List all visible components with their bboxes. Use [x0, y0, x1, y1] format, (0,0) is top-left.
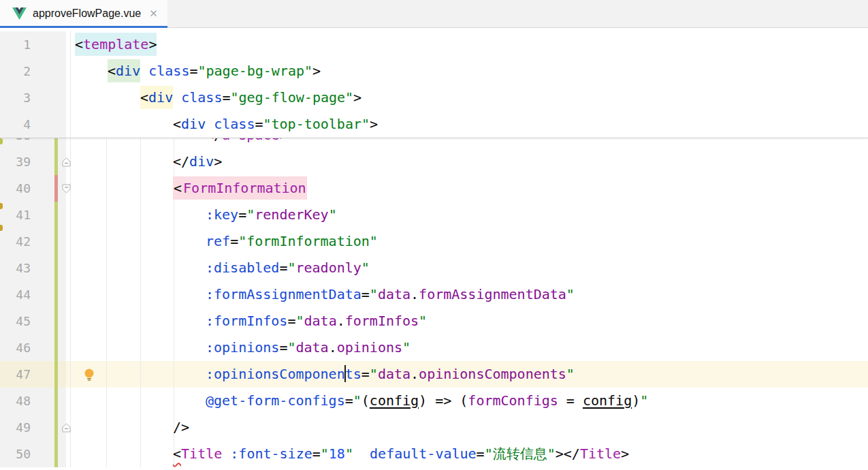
vcs-change-strip	[54, 308, 58, 334]
vcs-change-strip	[54, 414, 58, 441]
line-content: <div class="geg-flow-page">	[75, 89, 361, 106]
line-content: <div class="top-toolbar">	[75, 116, 378, 132]
code-line-39: 39</div>	[0, 148, 868, 175]
code-line-49: 49/>	[0, 414, 868, 441]
gutter: 46	[0, 334, 75, 361]
gutter: 44	[0, 281, 75, 308]
tab-approveFlowPage[interactable]: approveFlowPage.vue ✕	[0, 0, 167, 27]
line-content: <Title :font-size="18" default-value="流转…	[75, 445, 629, 462]
line-number: 48	[16, 388, 31, 414]
code-line-50: 50<Title :font-size="18" default-value="…	[0, 441, 868, 467]
code-line-41: 41:key="renderKey"	[0, 202, 868, 228]
line-number: 47	[16, 361, 31, 388]
sticky-lines-panel: 1<template>2<div class="page-bg-wrap">3<…	[0, 28, 868, 138]
line-content: :formInfos="data.formInfos"	[75, 313, 427, 329]
line-number: 50	[16, 441, 31, 467]
gutter: 4	[0, 111, 75, 138]
gutter: 43	[0, 255, 75, 281]
line-content: />	[75, 419, 189, 435]
vcs-change-strip	[54, 175, 58, 202]
line-number: 2	[23, 58, 31, 84]
line-number: 43	[16, 255, 31, 281]
line-number: 4	[23, 111, 31, 138]
code-text[interactable]: <div class="top-toolbar">	[75, 111, 868, 138]
vcs-change-strip	[54, 202, 58, 228]
editor-tab-bar: approveFlowPage.vue ✕	[0, 0, 868, 28]
line-number: 38	[16, 138, 31, 148]
line-number: 44	[16, 281, 31, 308]
code-text[interactable]: :opinions="data.opinions"	[75, 334, 868, 361]
close-tab-icon[interactable]: ✕	[149, 7, 158, 20]
code-text[interactable]: :key="renderKey"	[75, 202, 868, 228]
vue-logo-icon	[12, 7, 27, 20]
code-line-46: 46:opinions="data.opinions"	[0, 334, 868, 361]
code-text[interactable]: <Title :font-size="18" default-value="流转…	[75, 441, 868, 467]
line-number: 45	[16, 308, 31, 334]
vcs-change-strip	[54, 228, 58, 255]
gutter: 49	[0, 414, 75, 441]
code-text[interactable]: </a-space>	[75, 138, 868, 148]
gutter: 39	[0, 148, 75, 175]
code-text[interactable]: </div>	[75, 148, 868, 175]
vcs-change-strip	[54, 148, 58, 175]
gutter-stripe-mark	[0, 203, 3, 209]
vcs-change-strip	[54, 388, 58, 414]
line-content: <template>	[75, 33, 157, 56]
line-content: :key="renderKey"	[75, 206, 337, 223]
line-content: :disabled="readonly"	[75, 260, 370, 276]
fold-up-icon[interactable]	[62, 157, 71, 167]
gutter: 45	[0, 308, 75, 334]
code-line-44: 44:formAssignmentData="data.formAssignme…	[0, 281, 868, 308]
gutter: 3	[0, 84, 75, 111]
vcs-change-strip	[54, 334, 58, 361]
gutter: 40	[0, 175, 75, 202]
vcs-change-strip	[54, 138, 58, 148]
line-content: @get-form-configs="(config) => (formConf…	[75, 392, 648, 409]
code-line-47: 47:opinionsComponents="data.opinionsComp…	[0, 361, 868, 388]
line-content: :opinionsComponents="data.opinionsCompon…	[75, 366, 575, 382]
line-content: :opinions="data.opinions"	[75, 339, 411, 356]
line-number: 46	[16, 334, 31, 361]
line-number: 49	[16, 414, 31, 441]
code-text[interactable]: <div class="page-bg-wrap">	[75, 58, 868, 84]
code-line-45: 45:formInfos="data.formInfos"	[0, 308, 868, 334]
code-line-40: 40<FormInformation	[0, 175, 868, 202]
gutter: 41	[0, 202, 75, 228]
code-text[interactable]: :opinionsComponents="data.opinionsCompon…	[75, 361, 868, 388]
line-content: <div class="page-bg-wrap">	[75, 63, 321, 79]
vcs-change-strip	[54, 441, 58, 467]
code-text[interactable]: />	[75, 414, 868, 441]
gutter: 38	[0, 138, 75, 148]
line-number: 42	[16, 228, 31, 255]
line-content: </div>	[75, 153, 222, 170]
gutter: 50	[0, 441, 75, 467]
vcs-change-strip	[54, 361, 58, 388]
code-text[interactable]: <div class="geg-flow-page">	[75, 84, 868, 111]
fold-down-icon[interactable]	[62, 184, 71, 193]
gutter: 47	[0, 361, 75, 388]
code-text[interactable]: ref="formInformation"	[75, 228, 868, 255]
code-text[interactable]: :formInfos="data.formInfos"	[75, 308, 868, 334]
lightbulb-icon[interactable]	[84, 368, 95, 381]
gutter: 1	[0, 31, 75, 58]
line-number: 1	[23, 31, 31, 58]
code-line-48: 48@get-form-configs="(config) => (formCo…	[0, 388, 868, 414]
ide-window: approveFlowPage.vue ✕ 1<template>2<div c…	[0, 0, 868, 470]
clipped-line: 38</a-space>	[0, 138, 868, 148]
vcs-change-strip	[54, 281, 58, 308]
gutter: 2	[0, 58, 75, 84]
line-content: </a-space>	[75, 138, 287, 143]
line-number: 39	[16, 148, 31, 175]
code-text[interactable]: @get-form-configs="(config) => (formConf…	[75, 388, 868, 414]
code-line-1: 1<template>	[0, 31, 868, 58]
code-line-3: 3<div class="geg-flow-page">	[0, 84, 868, 111]
code-text[interactable]: <template>	[75, 31, 868, 58]
code-text[interactable]: :formAssignmentData="data.formAssignment…	[75, 281, 868, 308]
code-editor[interactable]: 1<template>2<div class="page-bg-wrap">3<…	[0, 28, 868, 470]
code-line-4: 4<div class="top-toolbar">	[0, 111, 868, 138]
code-text[interactable]: <FormInformation	[75, 175, 868, 202]
line-number: 3	[23, 84, 31, 111]
line-content: ref="formInformation"	[75, 233, 378, 249]
code-text[interactable]: :disabled="readonly"	[75, 255, 868, 281]
fold-up-icon[interactable]	[62, 423, 71, 433]
